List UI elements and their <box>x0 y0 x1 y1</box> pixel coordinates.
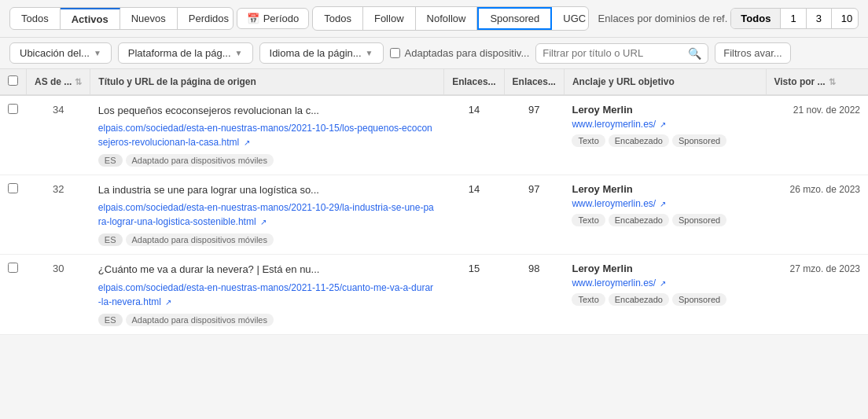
tab-sponsored[interactable]: Sponsored <box>477 7 552 30</box>
cell-visto: 26 mzo. de 2023 <box>766 175 868 255</box>
th-visto: Visto por ... ⇅ <box>766 69 868 95</box>
anchor-tag: Sponsored <box>672 214 726 226</box>
lang-tag: ES <box>98 314 123 326</box>
anchor-name: Leroy Merlin <box>572 263 758 274</box>
num-btn-1[interactable]: 1 <box>781 9 806 28</box>
anchor-tag: Encabezado <box>609 214 669 226</box>
search-box: 🔍 <box>535 43 708 64</box>
sort-icon-visto: ⇅ <box>829 77 836 87</box>
domain-ref-label: Enlaces por dominios de ref. <box>598 13 728 24</box>
adaptadas-checkbox[interactable] <box>390 48 400 58</box>
lang-tag: ES <box>98 233 123 246</box>
num-btn-todos[interactable]: Todos <box>731 9 781 28</box>
sort-icon-as: ⇅ <box>75 77 82 87</box>
table-row: 32 La industria se une para lograr una l… <box>0 175 868 255</box>
cell-anclaje: Leroy Merlin www.leroymerlin.es/ ↗ Texto… <box>564 175 766 255</box>
external-link-icon-2: ↗ <box>660 279 666 288</box>
th-enlaces1: Enlaces... <box>444 69 504 95</box>
tab-perdidos[interactable]: Perdidos <box>178 8 234 29</box>
anchor-url-link[interactable]: www.leroymerlin.es/ ↗ <box>572 198 666 209</box>
cell-title: La industria se une para lograr una logí… <box>90 175 444 255</box>
page-url-link[interactable]: elpais.com/sociedad/esta-en-nuestras-man… <box>98 200 436 229</box>
cell-enlaces2: 97 <box>504 175 564 255</box>
page-title: ¿Cuánto me va a durar la nevera? | Está … <box>98 263 436 277</box>
anchor-tag: Sponsored <box>672 293 726 306</box>
date-text: 27 mzo. de 2023 <box>790 263 860 274</box>
chevron-down-icon: ▼ <box>94 49 101 57</box>
cell-visto: 27 mzo. de 2023 <box>766 255 868 334</box>
page-title: Los pequeños ecoconsejeros revolucionan … <box>98 104 436 118</box>
date-text: 26 mzo. de 2023 <box>790 184 860 195</box>
adapted-tag: Adaptado para dispositivos móviles <box>126 233 274 246</box>
anchor-tag: Texto <box>572 293 605 306</box>
date-text: 21 nov. de 2022 <box>793 105 860 116</box>
idioma-label: Idioma de la págin... <box>270 47 362 59</box>
external-link-icon-2: ↗ <box>660 200 666 208</box>
tab-nuevos[interactable]: Nuevos <box>120 8 178 29</box>
filter-bar-1: Todos Activos Nuevos Perdidos 📅 Período … <box>0 0 868 38</box>
main-table: AS de ... ⇅ Título y URL de la página de… <box>0 69 868 335</box>
num-btn-3[interactable]: 3 <box>807 9 832 28</box>
num-btn-10[interactable]: 10 <box>832 9 859 28</box>
tab-group-link-type: Todos Follow Nofollow Sponsored UGC <box>312 6 588 31</box>
adaptadas-label: Adaptadas para dispositiv... <box>405 47 530 59</box>
row-checkbox-2[interactable] <box>8 263 18 273</box>
chevron-down-icon-2: ▼ <box>235 49 243 57</box>
th-titulo: Título y URL de la página de origen <box>90 69 444 95</box>
anchor-url-link[interactable]: www.leroymerlin.es/ ↗ <box>572 277 666 289</box>
table-header-row: AS de ... ⇅ Título y URL de la página de… <box>0 69 868 95</box>
adaptadas-filter: Adaptadas para dispositiv... <box>390 47 530 59</box>
page-url-link[interactable]: elpais.com/sociedad/esta-en-nuestras-man… <box>98 281 436 309</box>
tab-activos[interactable]: Activos <box>61 8 120 29</box>
external-link-icon: ↗ <box>260 216 267 228</box>
anchor-name: Leroy Merlin <box>572 104 758 116</box>
cell-anclaje: Leroy Merlin www.leroymerlin.es/ ↗ Texto… <box>564 95 766 175</box>
cell-visto: 21 nov. de 2022 <box>766 95 868 175</box>
table-row: 30 ¿Cuánto me va a durar la nevera? | Es… <box>0 255 868 334</box>
anchor-tag: Sponsored <box>672 134 726 147</box>
cell-as-de: 30 <box>27 255 90 334</box>
ubicacion-label: Ubicación del... <box>20 47 90 59</box>
adapted-tag: Adaptado para dispositivos móviles <box>126 154 274 167</box>
search-icon: 🔍 <box>688 47 701 60</box>
cell-enlaces1: 15 <box>444 255 504 334</box>
tab-nofollow[interactable]: Nofollow <box>416 7 478 30</box>
table-body: 34 Los pequeños ecoconsejeros revolucion… <box>0 95 868 334</box>
external-link-icon: ↗ <box>165 296 171 308</box>
tab-todos[interactable]: Todos <box>10 8 61 29</box>
th-anclaje: Anclaje y URL objetivo <box>564 69 766 95</box>
filter-bar-2: Ubicación del... ▼ Plataforma de la pág.… <box>0 38 868 69</box>
cell-title: ¿Cuánto me va a durar la nevera? | Está … <box>90 255 444 334</box>
num-group-domains: Todos 1 3 10 <box>730 8 859 29</box>
select-all-checkbox[interactable] <box>8 75 18 86</box>
plataforma-label: Plataforma de la pág... <box>128 47 231 59</box>
plataforma-dropdown[interactable]: Plataforma de la pág... ▼ <box>118 42 253 64</box>
anchor-name: Leroy Merlin <box>572 183 758 195</box>
anchor-url-link[interactable]: www.leroymerlin.es/ ↗ <box>572 119 666 130</box>
tab-follow[interactable]: Follow <box>363 7 416 30</box>
period-button[interactable]: 📅 Período <box>237 8 310 29</box>
row-checkbox-1[interactable] <box>8 183 18 193</box>
cell-enlaces1: 14 <box>444 175 504 255</box>
cell-as-de: 34 <box>27 95 90 175</box>
search-input[interactable] <box>542 47 685 59</box>
chevron-down-icon-3: ▼ <box>366 49 373 57</box>
cell-enlaces2: 97 <box>504 95 564 175</box>
anchor-tag: Texto <box>572 214 605 226</box>
external-link-icon-2: ↗ <box>660 120 666 129</box>
ubicacion-dropdown[interactable]: Ubicación del... ▼ <box>9 42 112 64</box>
page-url-link[interactable]: elpais.com/sociedad/esta-en-nuestras-man… <box>98 121 436 149</box>
calendar-icon: 📅 <box>247 13 259 24</box>
tab-todos-link[interactable]: Todos <box>313 7 363 30</box>
cell-enlaces1: 14 <box>444 95 504 175</box>
advanced-filter-button[interactable]: Filtros avar... <box>715 42 790 64</box>
cell-as-de: 32 <box>27 175 90 255</box>
lang-tag: ES <box>98 154 123 167</box>
anchor-tag: Texto <box>572 134 605 147</box>
tab-group-status: Todos Activos Nuevos Perdidos <box>9 7 234 30</box>
cell-enlaces2: 98 <box>504 255 564 334</box>
cell-anclaje: Leroy Merlin www.leroymerlin.es/ ↗ Texto… <box>564 255 766 334</box>
row-checkbox-0[interactable] <box>8 104 18 114</box>
tab-ugc[interactable]: UGC <box>552 7 588 30</box>
idioma-dropdown[interactable]: Idioma de la págin... ▼ <box>259 42 384 64</box>
